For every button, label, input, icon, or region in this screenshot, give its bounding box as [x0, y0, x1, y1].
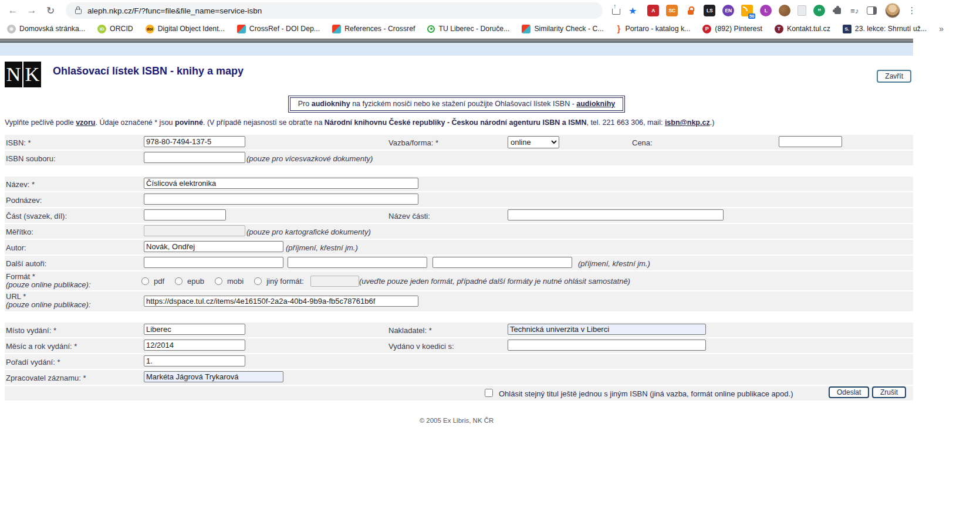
intro-text: .) — [710, 118, 715, 127]
back-icon[interactable]: ← — [6, 5, 20, 16]
bookmark-label: (892) Pinterest — [715, 25, 762, 33]
format-option-mobi: mobi — [227, 277, 244, 286]
format-radio-pdf[interactable] — [141, 277, 149, 285]
format-radio-epub[interactable] — [175, 277, 183, 285]
bookmark-item-crossref[interactable]: CrossRef - DOI Dep... — [237, 25, 320, 33]
endnote-extension-icon[interactable]: EN — [722, 5, 734, 16]
acrobat-extension-icon[interactable]: A — [647, 5, 659, 16]
record-creator-input[interactable] — [144, 371, 283, 382]
intro-text: . (V případě nejasností se obraťte na — [203, 118, 325, 127]
url-label-main: URL * — [6, 292, 26, 301]
coedition-input[interactable] — [508, 340, 706, 351]
edition-input[interactable] — [144, 355, 245, 367]
browser-menu-icon[interactable]: ⋮ — [907, 5, 916, 16]
price-input[interactable] — [779, 136, 842, 147]
binding-select[interactable]: online — [508, 136, 559, 148]
bookmark-item-pinterest[interactable]: P(892) Pinterest — [702, 25, 762, 33]
email-link[interactable]: isbn@nkp.cz — [665, 118, 710, 127]
repeat-title-checkbox[interactable] — [485, 389, 493, 397]
place-input[interactable] — [144, 324, 245, 335]
part-title-input[interactable] — [508, 209, 724, 220]
month-year-input[interactable] — [144, 340, 245, 351]
bookmark-item-orcid[interactable]: iDORCID — [97, 25, 133, 33]
format-radio-other[interactable] — [254, 277, 262, 285]
scopus-extension-icon[interactable]: SC — [666, 5, 678, 16]
bookmark-item-portaro[interactable]: }Portaro - katalog k... — [616, 25, 691, 33]
audiobook-notice-text: Pro audioknihy na fyzickém nosiči nebo k… — [290, 97, 624, 111]
coedition-label: Vydáno v koedici s: — [387, 342, 454, 351]
format-radio-mobi[interactable] — [215, 277, 222, 285]
repeat-title-label: Ohlásit stejný titul ještě jednou s jiný… — [499, 389, 793, 398]
publisher-input[interactable] — [508, 324, 706, 335]
bookmark-item-doi[interactable]: doiDigital Object Ident... — [146, 25, 225, 33]
title-input[interactable] — [144, 178, 418, 189]
side-panel-icon[interactable] — [867, 6, 877, 15]
author-input[interactable] — [144, 241, 283, 252]
bookmark-item-kontakt[interactable]: TKontakt.tul.cz — [775, 25, 830, 33]
isbn-label: ISBN: * — [5, 138, 31, 147]
isbn-set-input[interactable] — [144, 152, 245, 163]
part-input[interactable] — [144, 209, 226, 220]
reload-icon[interactable]: ↻ — [43, 5, 58, 17]
notes-extension-icon[interactable] — [797, 5, 806, 16]
share-icon[interactable]: ↑ — [612, 9, 620, 15]
padlock-icon — [688, 10, 694, 15]
cancel-button[interactable]: Zrušit — [872, 386, 906, 398]
cookie-extension-icon[interactable] — [779, 5, 790, 16]
isbn-set-label: ISBN souboru: — [5, 154, 56, 163]
crossref-favicon-icon — [237, 25, 246, 33]
url-input[interactable] — [144, 296, 418, 307]
doi-favicon-icon: doi — [146, 25, 154, 33]
citation-extension-icon[interactable]: ” — [813, 5, 825, 16]
profile-avatar[interactable] — [885, 3, 900, 18]
media-controls-icon[interactable]: ≡♪ — [850, 6, 859, 15]
url-text[interactable]: aleph.nkp.cz/F/?func=file&file_name=serv… — [87, 6, 262, 15]
nk-logo-k: K — [23, 62, 41, 87]
url-bar[interactable]: aleph.nkp.cz/F/?func=file&file_name=serv… — [66, 2, 603, 19]
lens-extension-icon[interactable]: LS — [704, 5, 715, 16]
place-label: Místo vydání: * — [5, 326, 56, 335]
intro-text: , tel. 221 663 306, mail: — [586, 118, 664, 127]
bookmark-item-references[interactable]: References - Crossref — [332, 25, 415, 33]
bookmarks-overflow-icon[interactable]: » — [939, 24, 944, 33]
isbn-input[interactable] — [144, 136, 245, 147]
homepage-favicon-icon — [7, 25, 16, 33]
format-note: (uveďte pouze jeden formát, případné dal… — [359, 277, 630, 286]
row-month-year: Měsíc a rok vydání: * Vydáno v koedici s… — [5, 338, 913, 353]
orcid-favicon-icon: iD — [97, 25, 106, 33]
bookmark-label: Similarity Check - C... — [534, 25, 603, 33]
scale-input — [144, 225, 245, 236]
bookmark-item-tul[interactable]: TU Liberec - Doruče... — [427, 25, 509, 33]
bookmark-item-home[interactable]: Domovská stránka... — [7, 25, 85, 33]
format-radio-group: pdf epub mobi jiný formát: — [141, 272, 359, 290]
form-gap — [5, 167, 913, 177]
libkey-extension-icon[interactable]: L — [760, 5, 772, 16]
bookmark-item-lekce[interactable]: S.23. lekce: Shrnutí už... — [843, 25, 927, 33]
other-author-input-2[interactable] — [288, 257, 427, 268]
bookmark-label: ORCID — [110, 25, 133, 33]
submit-button[interactable]: Odeslat — [829, 386, 869, 398]
audiobook-link[interactable]: audioknihy — [576, 100, 615, 108]
notice-text: na fyzickém nosiči nebo ke stažení použi… — [350, 100, 577, 108]
unpaywall-extension-icon[interactable] — [685, 5, 697, 16]
page-title: Ohlašovací lístek ISBN - knihy a mapy — [53, 65, 244, 77]
tul-maroon-favicon-icon: T — [775, 25, 783, 33]
close-button[interactable]: Zavřít — [877, 70, 911, 83]
intro-bold: povinné — [175, 118, 203, 127]
crossref-favicon-icon — [522, 25, 530, 33]
extensions-puzzle-icon[interactable] — [834, 8, 841, 14]
other-author-input-3[interactable] — [432, 257, 572, 268]
sample-link[interactable]: vzoru — [76, 118, 95, 127]
other-author-input-1[interactable] — [144, 257, 283, 268]
bookmark-star-icon[interactable]: ★ — [628, 5, 637, 16]
subtitle-input[interactable] — [144, 194, 418, 205]
nk-library-logo: N K — [5, 62, 41, 87]
url-label: URL *(pouze online publikace): — [5, 293, 91, 309]
bookmark-item-similarity[interactable]: Similarity Check - C... — [522, 25, 603, 33]
binding-label: Vazba/forma: * — [387, 138, 438, 147]
row-place: Místo vydání: * Nakladatel: * — [5, 323, 913, 337]
feed-extension-icon[interactable]: 50 — [741, 5, 753, 16]
part-label: Část (svazek, díl): — [5, 212, 67, 220]
forward-icon[interactable]: → — [25, 5, 39, 16]
nk-logo-n: N — [5, 62, 22, 87]
